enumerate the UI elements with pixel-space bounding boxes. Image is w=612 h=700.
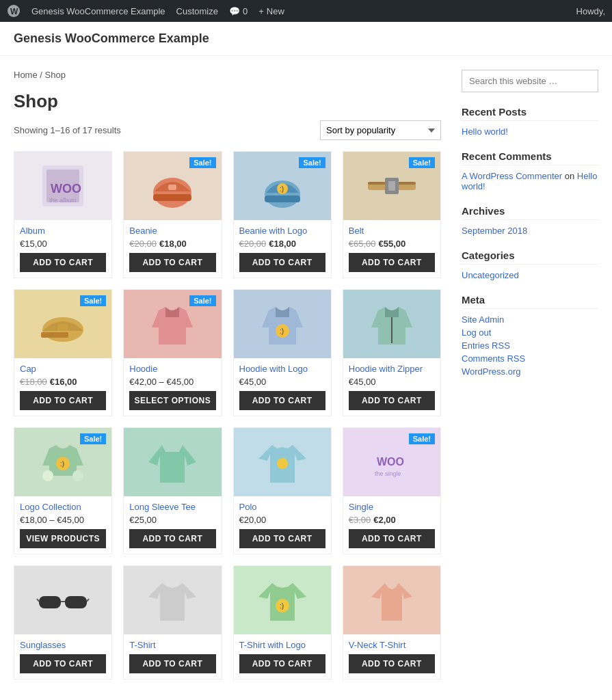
- sort-select[interactable]: Sort by popularity Sort by average ratin…: [320, 120, 441, 140]
- product-link-11[interactable]: Single: [349, 502, 373, 512]
- product-link-6[interactable]: Hoodie with Logo: [239, 364, 308, 374]
- product-link-3[interactable]: Belt: [349, 226, 364, 236]
- product-image-2: Sale! :): [234, 152, 331, 220]
- product-link-2[interactable]: Beanie with Logo: [239, 226, 308, 236]
- product-name-3: Belt: [349, 226, 435, 236]
- search-input[interactable]: [462, 70, 598, 92]
- add_to_cart-button-6[interactable]: Add to cart: [239, 391, 325, 410]
- product-name-4: Cap: [20, 364, 106, 374]
- admin-customize[interactable]: Customize: [176, 6, 218, 16]
- product-price-1: €20,00€18,00: [129, 239, 215, 249]
- add_to_cart-button-2[interactable]: Add to cart: [239, 253, 325, 272]
- product-card-1: Sale! Beanie €20,00€18,00 Add to cart: [123, 151, 222, 278]
- main-content: Home / Shop Shop Showing 1–16 of 17 resu…: [14, 70, 441, 693]
- add_to_cart-button-14[interactable]: Add to cart: [239, 654, 325, 673]
- add_to_cart-button-11[interactable]: Add to cart: [349, 529, 435, 548]
- price-new: €2,00: [373, 515, 396, 525]
- add_to_cart-button-9[interactable]: Add to cart: [129, 529, 215, 548]
- price-single: €45,00: [239, 377, 267, 387]
- add_to_cart-button-10[interactable]: Add to cart: [239, 529, 325, 548]
- product-info-11: Single €3,00€2,00 Add to cart: [343, 496, 440, 554]
- admin-comments[interactable]: 💬 0: [229, 6, 248, 16]
- price-single: €15,00: [20, 239, 47, 249]
- product-link-15[interactable]: V-Neck T-Shirt: [349, 640, 406, 650]
- svg-rect-8: [168, 185, 176, 190]
- product-info-1: Beanie €20,00€18,00 Add to cart: [124, 220, 221, 278]
- product-price-7: €45,00: [349, 377, 435, 387]
- plus-icon: +: [258, 6, 264, 16]
- product-name-10: Polo: [239, 502, 325, 512]
- product-price-2: €20,00€18,00: [239, 239, 325, 249]
- product-info-3: Belt €65,00€55,00 Add to cart: [343, 220, 440, 278]
- product-price-9: €25,00: [129, 515, 215, 525]
- price-new: €18,00: [269, 239, 296, 249]
- product-link-12[interactable]: Sunglasses: [20, 640, 66, 650]
- add_to_cart-button-12[interactable]: Add to cart: [20, 654, 106, 673]
- view_products-button-8[interactable]: View products: [20, 529, 106, 548]
- product-card-0: WOOthe album Album €15,00 Add to cart: [14, 151, 112, 278]
- product-info-6: Hoodie with Logo €45,00 Add to cart: [234, 358, 331, 416]
- product-name-9: Long Sleeve Tee: [129, 502, 215, 512]
- product-info-7: Hoodie with Zipper €45,00 Add to cart: [343, 358, 440, 416]
- product-price-11: €3,00€2,00: [349, 515, 435, 525]
- product-price-6: €45,00: [239, 377, 325, 387]
- product-link-1[interactable]: Beanie: [129, 226, 157, 236]
- commenter-link[interactable]: A WordPress Commenter: [462, 171, 562, 181]
- add_to_cart-button-15[interactable]: Add to cart: [349, 654, 435, 673]
- product-image-4: Sale!: [14, 290, 111, 358]
- product-info-15: V-Neck T-Shirt Add to cart: [343, 634, 440, 679]
- meta-link-comments-rss[interactable]: Comments RSS: [462, 353, 598, 364]
- product-price-0: €15,00: [20, 239, 106, 249]
- add_to_cart-button-3[interactable]: Add to cart: [349, 253, 435, 272]
- admin-site-name[interactable]: Genesis WooCommerce Example: [31, 6, 165, 16]
- product-link-7[interactable]: Hoodie with Zipper: [349, 364, 423, 374]
- product-name-8: Logo Collection: [20, 502, 106, 512]
- product-name-14: T-Shirt with Logo: [239, 640, 325, 650]
- price-new: €55,00: [379, 239, 406, 249]
- site-header: Genesis WooCommerce Example: [0, 22, 612, 56]
- product-info-0: Album €15,00 Add to cart: [14, 220, 111, 278]
- product-info-14: T-Shirt with Logo Add to cart: [234, 634, 331, 679]
- product-link-0[interactable]: Album: [20, 226, 45, 236]
- category-link-0[interactable]: Uncategorized: [462, 270, 598, 280]
- add_to_cart-button-4[interactable]: Add to cart: [20, 391, 106, 410]
- shop-toolbar: Showing 1–16 of 17 results Sort by popul…: [14, 120, 441, 140]
- product-image-14: :): [234, 566, 331, 634]
- svg-text::): :): [60, 460, 64, 468]
- price-old: €65,00: [349, 239, 376, 249]
- product-image-9: [124, 428, 221, 496]
- product-card-5: Sale! Hoodie €42,00 – €45,00 Select opti…: [123, 289, 222, 416]
- add_to_cart-button-1[interactable]: Add to cart: [129, 253, 215, 272]
- svg-rect-16: [388, 181, 395, 191]
- sale-badge-3: Sale!: [409, 157, 435, 168]
- add_to_cart-button-13[interactable]: Add to cart: [129, 654, 215, 673]
- product-link-10[interactable]: Polo: [239, 502, 257, 512]
- product-link-13[interactable]: T-Shirt: [129, 640, 155, 650]
- product-link-4[interactable]: Cap: [20, 364, 36, 374]
- categories-section: Categories Uncategorized: [462, 250, 598, 280]
- svg-text:the album: the album: [49, 197, 77, 204]
- breadcrumb: Home / Shop: [14, 70, 441, 80]
- meta-title: Meta: [462, 294, 598, 309]
- admin-new[interactable]: + New: [258, 6, 284, 16]
- archive-link-0[interactable]: September 2018: [462, 226, 598, 236]
- select_options-button-5[interactable]: Select options: [129, 391, 215, 410]
- product-price-10: €20,00: [239, 515, 325, 525]
- meta-link-wordpress[interactable]: WordPress.org: [462, 366, 598, 377]
- product-grid: WOOthe album Album €15,00 Add to cart Sa…: [14, 151, 441, 679]
- product-image-15: [343, 566, 440, 634]
- product-link-5[interactable]: Hoodie: [129, 364, 157, 374]
- recent-post-link-0[interactable]: Hello world!: [462, 126, 598, 137]
- meta-link-log-out[interactable]: Log out: [462, 327, 598, 338]
- wp-logo-item[interactable]: W: [7, 4, 21, 18]
- add_to_cart-button-0[interactable]: Add to cart: [20, 253, 106, 272]
- product-name-13: T-Shirt: [129, 640, 215, 650]
- add_to_cart-button-7[interactable]: Add to cart: [349, 391, 435, 410]
- product-link-9[interactable]: Long Sleeve Tee: [129, 502, 196, 512]
- breadcrumb-home[interactable]: Home: [14, 70, 38, 80]
- meta-link-site-admin[interactable]: Site Admin: [462, 314, 598, 325]
- admin-howdy: Howdy,: [576, 6, 605, 16]
- meta-link-entries-rss[interactable]: Entries RSS: [462, 340, 598, 351]
- product-link-14[interactable]: T-Shirt with Logo: [239, 640, 306, 650]
- product-link-8[interactable]: Logo Collection: [20, 502, 81, 512]
